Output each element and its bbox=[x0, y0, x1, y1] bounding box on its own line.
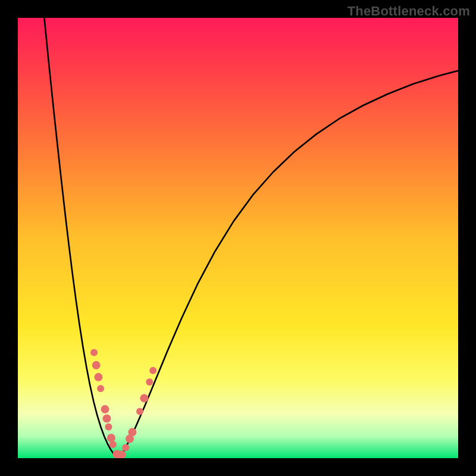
marker-point bbox=[146, 378, 153, 386]
chart-background bbox=[18, 18, 458, 458]
marker-point bbox=[102, 414, 111, 422]
chart-frame: TheBottleneck.com bbox=[0, 0, 476, 476]
marker-point bbox=[136, 408, 143, 415]
marker-point bbox=[105, 423, 112, 430]
marker-point bbox=[140, 394, 148, 402]
marker-point bbox=[97, 385, 104, 392]
marker-point bbox=[94, 373, 102, 381]
marker-point bbox=[107, 434, 115, 442]
marker-point bbox=[149, 367, 156, 374]
watermark-text: TheBottleneck.com bbox=[347, 4, 470, 19]
marker-point bbox=[128, 428, 136, 436]
chart-svg bbox=[18, 18, 458, 458]
marker-point bbox=[122, 444, 129, 451]
marker-point bbox=[92, 361, 101, 369]
marker-point bbox=[90, 349, 98, 356]
marker-point bbox=[109, 441, 117, 448]
chart-plot-area bbox=[18, 18, 458, 458]
marker-point bbox=[101, 405, 109, 414]
